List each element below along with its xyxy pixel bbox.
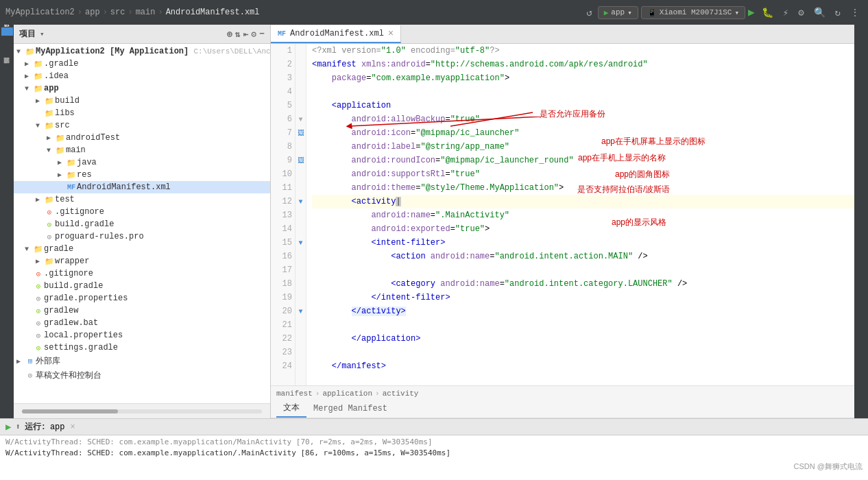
code-line-9: android:roundIcon="@mipmap/ic_launcher_r… (312, 154, 854, 167)
minimize-icon[interactable]: − (259, 29, 265, 40)
folder-icon-app: 📁 (33, 84, 44, 93)
run-line-1: W/ActivityThread: SCHED: com.example.mya… (5, 437, 863, 448)
bottom-tab-merged[interactable]: Merged Manifest (306, 401, 394, 418)
structure-tab[interactable]: 结构 (854, 25, 868, 33)
tree-item-build[interactable]: ▶ 📁 build (14, 95, 270, 107)
code-line-16: <action android:name="android.intent.act… (312, 250, 854, 263)
run-config-name: app (50, 422, 65, 432)
code-line-5: <application (312, 99, 854, 112)
tree-item-gradle-dir[interactable]: ▼ 📁 gradle (14, 243, 270, 255)
tab-close-button[interactable]: × (388, 28, 394, 39)
code-line-3: package="com.example.myapplication"> (312, 71, 854, 85)
collapse-all-icon[interactable]: ⇤ (243, 29, 249, 40)
run-close-icon[interactable]: × (70, 422, 75, 432)
editor-content[interactable]: 12345 678910 1112131415 1617181920 21222… (271, 44, 854, 385)
code-line-1: <?xml version="1.0" encoding="utf-8"?> (312, 44, 854, 58)
code-line-19: </intent-filter> (312, 291, 854, 304)
tree-item-myapp[interactable]: ▼ 📁 MyApplication2 [My Application] C:\U… (14, 45, 270, 58)
tree-item-wrapper[interactable]: ▶ 📁 wrapper (14, 255, 270, 267)
tree-item-androidtest[interactable]: ▶ 📁 androidTest (14, 132, 270, 144)
more-icon[interactable]: ⋮ (847, 5, 863, 20)
refresh-icon[interactable]: ↻ (832, 5, 843, 20)
code-line-20: </activity> (312, 304, 854, 318)
main-layout: 项目 资源管理器 项目 ▾ ⊕ ⇅ ⇤ ⚙ − ▼ 📁 MyApplicatio… (0, 25, 868, 418)
code-line-6: android:allowBackup="true" (312, 112, 854, 126)
bottom-panel-header: ▶ ⬆ 运行: app × (0, 419, 868, 435)
tree-item-proguard[interactable]: ▶ ⊙ proguard-rules.pro (14, 230, 270, 243)
tree-item-androidmanifest[interactable]: ▶ MF AndroidManifest.xml (14, 181, 270, 193)
tree-item-gradle-props[interactable]: ▶ ⊙ gradle.properties (14, 292, 270, 304)
profile-icon[interactable]: ⚡ (780, 5, 791, 20)
sync-icon[interactable]: ⇅ (235, 29, 241, 40)
toolbar-icons: ▶ 🐛 ⚡ ⚙ 🔍 ↻ ⋮ (748, 5, 863, 20)
tree-item-test[interactable]: ▶ 📁 test (14, 193, 270, 206)
tree-item-gitignore-app[interactable]: ▶ ⊙ .gitignore (14, 206, 270, 218)
tree-item-gradlew[interactable]: ▶ ⊙ gradlew (14, 304, 270, 317)
gradle-icon-3: ⊙ (33, 307, 44, 315)
search-icon[interactable]: 🔍 (811, 5, 828, 20)
run-icon[interactable]: ▶ (748, 5, 755, 19)
tree-item-src[interactable]: ▼ 📁 src (14, 119, 270, 132)
line-numbers: 12345 678910 1112131415 1617181920 21222… (271, 44, 296, 385)
folder-icon: 📁 (33, 245, 44, 254)
tab-bar: MF AndroidManifest.xml × (271, 25, 854, 44)
tree-item-scratch[interactable]: ▶ ⊙ 草稿文件和控制台 (14, 368, 270, 383)
tree-item-app[interactable]: ▼ 📁 app (14, 82, 270, 95)
editor-tab-androidmanifest[interactable]: MF AndroidManifest.xml × (271, 25, 401, 43)
tree-item-build-gradle-app[interactable]: ▶ ⊙ build.gradle (14, 218, 270, 230)
left-side-tabs: 项目 资源管理器 (0, 25, 14, 418)
bottom-panel: ▶ ⬆ 运行: app × W/ActivityThread: SCHED: c… (0, 418, 868, 480)
bottom-tab-text[interactable]: 文本 (276, 399, 306, 418)
code-line-15: <intent-filter> (312, 236, 854, 250)
device-dropdown[interactable]: 📱 Xiaomi M2007J1SC ▾ (641, 6, 745, 19)
bottom-content: W/ActivityThread: SCHED: com.example.mya… (0, 435, 868, 480)
breadcrumb-bar: manifest › application › activity (271, 385, 854, 400)
tree-item-settings-gradle[interactable]: ▶ ⊙ settings.gradle (14, 341, 270, 354)
tree-item-gradle-dot[interactable]: ▶ 📁 .gradle (14, 58, 270, 70)
tree-item-main[interactable]: ▼ 📁 main (14, 144, 270, 156)
tree-title: 项目 (19, 28, 36, 40)
folder-icon: 📁 (44, 257, 55, 266)
tree-item-local-props[interactable]: ▶ ⊙ local.properties (14, 329, 270, 341)
git-icon-2: ⊙ (33, 269, 44, 278)
folder-icon: 📁 (66, 171, 77, 180)
code-line-14: android:exported="true"> (312, 222, 854, 236)
code-line-23 (312, 346, 854, 359)
folder-icon: 📁 (44, 97, 55, 106)
settings-icon[interactable]: ⚙ (795, 5, 806, 20)
code-line-2: <manifest xmlns:android="http://schemas.… (312, 58, 854, 71)
dropdown-arrow-icon: ▾ (627, 8, 632, 17)
project-tab[interactable]: 项目 (1, 27, 13, 36)
folder-icon: 📁 (25, 47, 36, 56)
gradle-icon-2: ⊙ (33, 282, 44, 291)
tree-item-build-gradle-root[interactable]: ▶ ⊙ build.gradle (14, 280, 270, 292)
breadcrumb-activity: activity (383, 389, 419, 398)
run-config-dropdown[interactable]: ▶ app ▾ (598, 6, 638, 19)
tree-item-gradlew-bat[interactable]: ▶ ⊙ gradlew.bat (14, 317, 270, 329)
run-play-button[interactable]: ▶ (5, 421, 11, 433)
breadcrumb-manifest: manifest (276, 389, 313, 398)
tree-item-idea-dot[interactable]: ▶ 📁 .idea (14, 70, 270, 82)
breadcrumb-path: MyApplication2 › app › src › main › Andr… (5, 8, 260, 17)
right-side-tabs: 结构 (854, 25, 868, 418)
run-up-button[interactable]: ⬆ (15, 422, 20, 432)
back-icon[interactable]: ↺ (583, 5, 594, 20)
tree-item-external-libs[interactable]: ▶ ⊞ 外部库 (14, 354, 270, 368)
code-line-22: </application> (312, 332, 854, 346)
tree-item-res[interactable]: ▶ 📁 res (14, 169, 270, 181)
props-icon: ⊙ (33, 294, 44, 303)
folder-icon: 📁 (33, 60, 44, 69)
resource-manager-tab[interactable]: 资源管理器 (1, 64, 13, 73)
tree-item-java[interactable]: ▶ 📁 java (14, 156, 270, 169)
debug-icon[interactable]: 🐛 (759, 5, 776, 20)
code-area[interactable]: <?xml version="1.0" encoding="utf-8"?> <… (306, 44, 854, 373)
tree-item-gitignore-root[interactable]: ▶ ⊙ .gitignore (14, 267, 270, 280)
tree-item-libs[interactable]: ▶ 📁 libs (14, 107, 270, 119)
code-line-21 (312, 318, 854, 332)
gear-icon[interactable]: ⚙ (251, 29, 256, 40)
code-line-10: android:supportsRtl="true" (312, 167, 854, 181)
code-line-13: android:name=".MainActivity" (312, 208, 854, 222)
add-icon[interactable]: ⊕ (227, 29, 232, 40)
bottom-tabs: 文本 Merged Manifest (271, 400, 854, 418)
props-icon-2: ⊙ (33, 331, 44, 340)
